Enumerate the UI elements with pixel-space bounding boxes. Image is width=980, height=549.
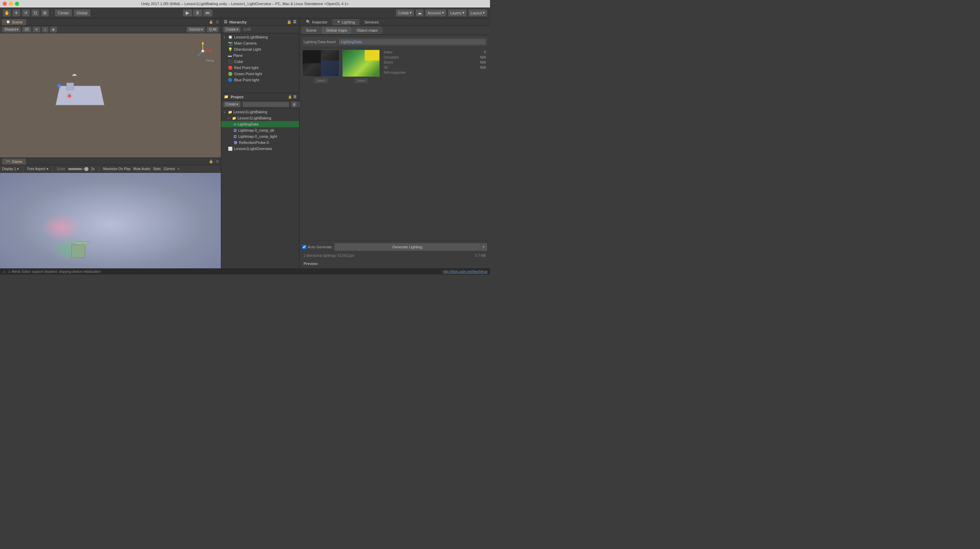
hierarchy-root[interactable]: ▸ 🔲 Lesson1LightBaking: [221, 34, 299, 40]
scene-menu[interactable]: ☰: [216, 20, 219, 24]
project-item-6[interactable]: ⬜ Lesson1LightOverview: [221, 146, 299, 152]
hierarchy-lock[interactable]: 🔒: [287, 20, 292, 24]
game-tab[interactable]: 🎮 Game: [2, 159, 26, 165]
global-btn[interactable]: Global: [73, 9, 91, 17]
hierarchy-item-1[interactable]: 💡 Directional Light: [221, 46, 299, 52]
scale-value: 2x: [91, 167, 95, 171]
hierarchy-create-btn[interactable]: Create ▾: [223, 27, 240, 33]
lightmap-info: 1 directional lightmap: 512x512px: [304, 254, 354, 257]
scene-gizmo: Persp: [192, 40, 214, 62]
lightmap-img-0[interactable]: [302, 50, 340, 77]
generate-btn-arrow[interactable]: ▾: [480, 243, 487, 251]
aspect-select[interactable]: Free Aspect ▾: [27, 167, 48, 171]
lightmap-select-btn-0[interactable]: Select: [314, 78, 327, 83]
status-warning-icon: ⚠: [3, 270, 6, 273]
game-menu[interactable]: ☰: [216, 160, 219, 163]
hierarchy-all[interactable]: Q:All: [243, 27, 251, 31]
project-lock[interactable]: 🔒: [288, 95, 292, 98]
project-item-2[interactable]: ⊞ LightingData: [221, 121, 299, 127]
lightmap-select-btn-1[interactable]: Select: [354, 78, 368, 83]
account-dropdown[interactable]: Account ▾: [425, 9, 447, 17]
services-tab[interactable]: Services: [360, 19, 383, 25]
scale-slider[interactable]: [68, 168, 89, 170]
stats-btn[interactable]: Stats: [153, 167, 161, 171]
collab-dropdown[interactable]: Collab ▾: [396, 9, 414, 17]
scene-tab[interactable]: 🔲 Scene: [2, 19, 26, 25]
folder-icon-0: 📁: [228, 110, 232, 114]
game-gizmos-btn[interactable]: Gizmos: [164, 167, 175, 171]
object-maps-sub-tab[interactable]: Object maps: [352, 27, 382, 34]
project-item-3[interactable]: 🖼 Lightmap-0_comp_dir: [221, 127, 299, 133]
project-header: 📁 Project 🔒 ☰: [221, 93, 299, 101]
mute-btn[interactable]: Mute Audio: [134, 167, 150, 171]
scene-sub-tab[interactable]: Scene: [301, 27, 321, 34]
rotate-tool-btn[interactable]: ↺: [22, 9, 30, 17]
2d-btn[interactable]: 2D: [22, 27, 31, 33]
minimize-button[interactable]: [9, 2, 13, 6]
auto-generate-wrap[interactable]: Auto Generate: [302, 245, 332, 249]
project-menu[interactable]: ☰: [293, 95, 296, 98]
aspect-chevron: ▾: [47, 167, 48, 171]
global-maps-label: Global maps: [326, 28, 347, 32]
shaded-chevron: ▾: [17, 27, 18, 31]
hierarchy-menu[interactable]: ☰: [293, 20, 296, 24]
cloud-btn[interactable]: ☁: [415, 9, 424, 17]
project-icon-view[interactable]: ⊞: [291, 102, 298, 108]
gizmos-btn[interactable]: Gizmos ▾: [186, 27, 205, 33]
generate-lighting-btn[interactable]: Generate Lighting: [334, 243, 480, 251]
layout-dropdown[interactable]: Layout ▾: [468, 9, 487, 17]
project-panel: 📁 Project 🔒 ☰ Create ▾ ⊞ ☰: [221, 93, 299, 268]
step-btn[interactable]: ⏭: [203, 9, 213, 17]
hierarchy-item-4[interactable]: 🔴 Red Point light: [221, 65, 299, 71]
scale-tool-btn[interactable]: ⊡: [31, 9, 40, 17]
window-controls[interactable]: [3, 2, 19, 6]
inspector-tab[interactable]: 🔍 Inspector: [301, 19, 332, 25]
hierarchy-item-6[interactable]: 🔵 Blue Point light: [221, 77, 299, 83]
display-select[interactable]: Display 1 ▾: [2, 167, 19, 171]
move-tool-btn[interactable]: ✛: [12, 9, 21, 17]
hierarchy-item-0[interactable]: 📷 Main Camera: [221, 40, 299, 46]
project-search[interactable]: [243, 102, 289, 107]
game-lock[interactable]: 🔒: [209, 160, 213, 163]
effects-btn[interactable]: ◈: [50, 27, 57, 33]
game-sep1: [23, 166, 23, 173]
shaded-btn[interactable]: Shaded ▾: [2, 27, 21, 33]
layers-dropdown[interactable]: Layers ▾: [448, 9, 467, 17]
status-url[interactable]: http://blog.csdn.net/biezhihua: [443, 270, 487, 273]
hierarchy-item-label-5: Green Point light: [234, 72, 262, 76]
scene-lock[interactable]: 🔒: [209, 20, 213, 24]
pause-btn[interactable]: ⏸: [193, 9, 202, 17]
auto-generate-checkbox[interactable]: [302, 245, 306, 249]
hierarchy-item-5[interactable]: 🟢 Green Point light: [221, 71, 299, 77]
center-btn[interactable]: Center: [55, 9, 72, 17]
all-btn[interactable]: Q:All: [207, 27, 219, 33]
game-menu2[interactable]: ▾: [178, 167, 179, 171]
project-item-0[interactable]: ▸ 📁 Lesson1LightBaking: [221, 109, 299, 115]
project-item-4[interactable]: 🖼 Lightmap-0_comp_light: [221, 133, 299, 140]
play-btn[interactable]: ▶: [183, 9, 192, 17]
project-create-btn[interactable]: Create ▾: [223, 102, 240, 108]
hierarchy-item-3[interactable]: ⬛ Cube: [221, 59, 299, 65]
lightmap-img-1[interactable]: [342, 50, 380, 77]
maximize-button[interactable]: [15, 2, 19, 6]
lm-props: Index: 0 Occupied: N/A Direct: N/A GI: N…: [382, 50, 487, 79]
hand-tool-btn[interactable]: ✋: [3, 9, 11, 17]
lights-btn[interactable]: ☀: [33, 27, 40, 33]
close-button[interactable]: [3, 2, 7, 6]
lightmap-size: 0.7 MB: [475, 254, 486, 257]
project-create-label: Create: [226, 102, 236, 106]
project-item-1[interactable]: ▾ 📁 Lesson1LightBaking: [221, 115, 299, 121]
game-cube: [68, 241, 89, 260]
hierarchy-item-2[interactable]: ▬ Plane: [221, 52, 299, 59]
cube-icon: ⬛: [228, 60, 233, 64]
audio-btn[interactable]: ♪: [42, 27, 48, 33]
prop-index-key: Index:: [384, 50, 393, 54]
lighting-asset-value[interactable]: LightingData: [339, 39, 486, 45]
rect-tool-btn[interactable]: ⊞: [41, 9, 49, 17]
lighting-tab[interactable]: ☀ Lighting: [332, 19, 360, 25]
global-maps-sub-tab[interactable]: Global maps: [321, 27, 352, 34]
gizmos-chevron: ▾: [201, 27, 203, 31]
project-item-5[interactable]: 🔮 ReflectionProbe-0: [221, 140, 299, 146]
maximize-btn[interactable]: Maximize On Play: [103, 167, 130, 171]
hierarchy-icon: ☰: [224, 20, 227, 24]
